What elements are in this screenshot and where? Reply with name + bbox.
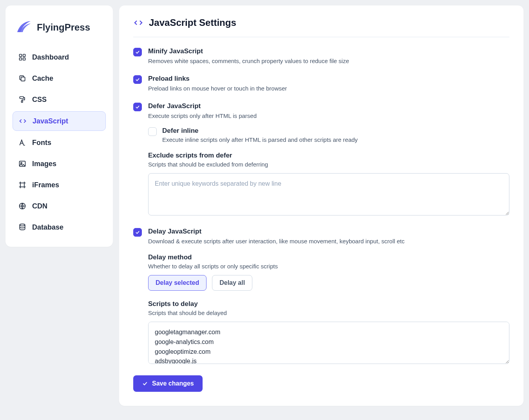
frame-icon bbox=[18, 181, 27, 189]
setting-preload: Preload links Preload links on mouse hov… bbox=[133, 75, 509, 93]
delay-selected-button[interactable]: Delay selected bbox=[148, 275, 207, 291]
code-icon bbox=[133, 18, 143, 28]
svg-rect-3 bbox=[23, 58, 25, 60]
sidebar-item-label: Dashboard bbox=[32, 53, 69, 62]
sidebar-item-iframes[interactable]: iFrames bbox=[13, 176, 106, 194]
defer-desc: Execute scripts only after HTML is parse… bbox=[148, 112, 509, 120]
defer-inline-desc: Execute inline scripts only after HTML i… bbox=[162, 136, 358, 143]
paint-roller-icon bbox=[18, 95, 27, 104]
sidebar: FlyingPress Dashboard Cache CSS JavaScri… bbox=[5, 5, 113, 247]
sidebar-item-label: JavaScript bbox=[33, 117, 68, 125]
delay-all-button[interactable]: Delay all bbox=[212, 275, 252, 291]
svg-rect-1 bbox=[23, 54, 25, 57]
exclude-defer-desc: Scripts that should be excluded from def… bbox=[148, 161, 509, 168]
svg-rect-6 bbox=[22, 101, 23, 102]
page-title: JavaScript Settings bbox=[149, 17, 236, 28]
sidebar-item-css[interactable]: CSS bbox=[13, 90, 106, 109]
delay-checkbox[interactable] bbox=[133, 228, 142, 237]
exclude-defer-input[interactable] bbox=[148, 173, 509, 215]
sidebar-item-label: iFrames bbox=[32, 181, 59, 189]
minify-desc: Removes white spaces, comments, crunch p… bbox=[148, 57, 509, 65]
defer-checkbox[interactable] bbox=[133, 103, 142, 111]
minify-title: Minify JavaScript bbox=[148, 47, 509, 55]
defer-inline-title: Defer inline bbox=[162, 127, 358, 135]
svg-rect-4 bbox=[21, 77, 25, 81]
sidebar-item-cdn[interactable]: CDN bbox=[13, 197, 106, 215]
dashboard-icon bbox=[18, 53, 27, 62]
delay-desc: Download & execute scripts after user in… bbox=[148, 237, 509, 246]
save-button-label: Save changes bbox=[152, 380, 194, 387]
defer-inline-checkbox[interactable] bbox=[148, 127, 157, 136]
brand-logo bbox=[15, 19, 32, 36]
database-icon bbox=[18, 223, 27, 232]
setting-defer: Defer JavaScript Execute scripts only af… bbox=[133, 102, 509, 120]
preload-title: Preload links bbox=[148, 75, 509, 83]
sidebar-item-database[interactable]: Database bbox=[13, 218, 106, 237]
delay-method-block: Delay method Whether to delay all script… bbox=[148, 253, 509, 291]
sidebar-item-label: CSS bbox=[32, 96, 47, 104]
preload-checkbox[interactable] bbox=[133, 75, 142, 84]
sidebar-item-label: Cache bbox=[32, 74, 53, 83]
main-panel: JavaScript Settings Minify JavaScript Re… bbox=[119, 5, 524, 406]
globe-icon bbox=[18, 202, 27, 210]
copy-icon bbox=[18, 74, 27, 83]
exclude-defer-title: Exclude scripts from defer bbox=[148, 152, 509, 159]
svg-rect-0 bbox=[20, 54, 22, 57]
brand: FlyingPress bbox=[13, 16, 106, 45]
sidebar-item-label: CDN bbox=[32, 202, 47, 210]
sidebar-item-fonts[interactable]: Fonts bbox=[13, 133, 106, 152]
scripts-delay-title: Scripts to delay bbox=[148, 300, 509, 308]
check-icon bbox=[142, 380, 148, 387]
exclude-defer-block: Exclude scripts from defer Scripts that … bbox=[148, 152, 509, 217]
save-button[interactable]: Save changes bbox=[133, 375, 203, 392]
setting-delay: Delay JavaScript Download & execute scri… bbox=[133, 228, 509, 246]
scripts-delay-desc: Scripts that should be delayed bbox=[148, 310, 509, 316]
sidebar-item-images[interactable]: Images bbox=[13, 154, 106, 173]
brand-name: FlyingPress bbox=[37, 22, 90, 33]
scripts-delay-block: Scripts to delay Scripts that should be … bbox=[148, 300, 509, 365]
nav: Dashboard Cache CSS JavaScript Fonts Ima… bbox=[13, 48, 106, 237]
setting-defer-inline: Defer inline Execute inline scripts only… bbox=[148, 127, 509, 143]
page-header: JavaScript Settings bbox=[133, 17, 509, 37]
delay-method-title: Delay method bbox=[148, 253, 509, 261]
preload-desc: Preload links on mouse hover or touch in… bbox=[148, 84, 509, 93]
scripts-delay-input[interactable] bbox=[148, 322, 509, 364]
image-icon bbox=[18, 159, 27, 168]
defer-title: Defer JavaScript bbox=[148, 102, 509, 110]
sidebar-item-label: Images bbox=[32, 160, 56, 168]
svg-point-14 bbox=[20, 224, 25, 226]
sidebar-item-javascript[interactable]: JavaScript bbox=[13, 111, 106, 131]
font-icon bbox=[18, 138, 27, 147]
delay-title: Delay JavaScript bbox=[148, 228, 509, 235]
delay-method-desc: Whether to delay all scripts or only spe… bbox=[148, 263, 509, 270]
sidebar-item-cache[interactable]: Cache bbox=[13, 69, 106, 88]
code-icon bbox=[18, 117, 27, 125]
svg-rect-5 bbox=[20, 97, 24, 99]
minify-checkbox[interactable] bbox=[133, 48, 142, 56]
svg-rect-2 bbox=[20, 58, 22, 60]
sidebar-item-dashboard[interactable]: Dashboard bbox=[13, 48, 106, 67]
sidebar-item-label: Fonts bbox=[32, 139, 51, 147]
sidebar-item-label: Database bbox=[32, 223, 63, 232]
setting-minify: Minify JavaScript Removes white spaces, … bbox=[133, 47, 509, 65]
svg-point-8 bbox=[21, 163, 22, 164]
